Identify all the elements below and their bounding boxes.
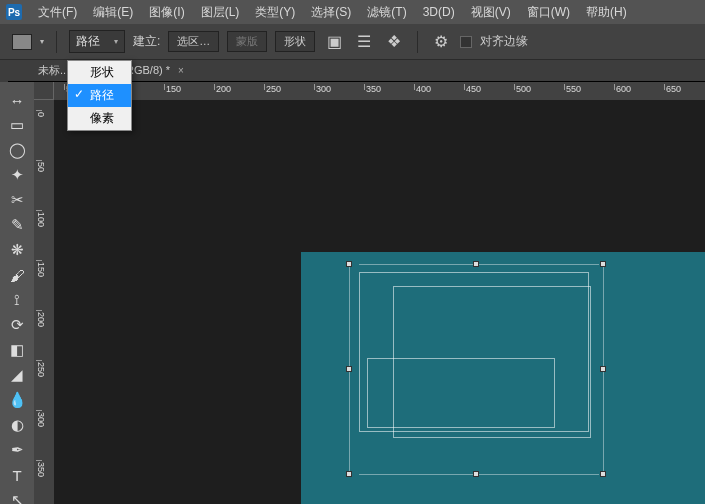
make-selection-button[interactable]: 选区…: [168, 31, 219, 52]
align-edges-checkbox[interactable]: [460, 36, 472, 48]
dropdown-option-shape[interactable]: 形状: [68, 61, 131, 84]
ruler-tick-label: 350: [36, 462, 46, 477]
gradient-tool[interactable]: ◢: [3, 363, 31, 387]
chevron-down-icon: ▾: [114, 37, 118, 46]
dropdown-option-pixels[interactable]: 像素: [68, 107, 131, 130]
menu-edit[interactable]: 编辑(E): [85, 4, 141, 21]
workspace: 50100150200250300350400450500550600650 0…: [34, 82, 705, 504]
menu-layer[interactable]: 图层(L): [193, 4, 248, 21]
path-rect[interactable]: [367, 358, 555, 428]
dodge-tool[interactable]: ◐: [3, 413, 31, 437]
path-align-icon[interactable]: ☰: [353, 32, 375, 52]
ruler-tick-label: 350: [366, 84, 381, 94]
mode-combobox[interactable]: 路径 ▾: [69, 30, 125, 53]
blur-tool[interactable]: 💧: [3, 388, 31, 412]
menu-3d[interactable]: 3D(D): [415, 5, 463, 19]
ruler-tick-label: 650: [666, 84, 681, 94]
ruler-tick-label: 250: [36, 362, 46, 377]
transform-handle[interactable]: [600, 471, 606, 477]
make-shape-button[interactable]: 形状: [275, 31, 315, 52]
eraser-tool[interactable]: ◧: [3, 338, 31, 362]
check-icon: ✓: [74, 87, 84, 101]
ruler-tick-label: 500: [516, 84, 531, 94]
path-arrangement-icon[interactable]: ❖: [383, 32, 405, 52]
vertical-ruler[interactable]: 050100150200250300350400: [34, 100, 54, 504]
build-label: 建立:: [133, 33, 160, 50]
tool-preset-icon[interactable]: [12, 34, 32, 50]
ruler-origin[interactable]: [34, 82, 54, 100]
ruler-tick-label: 50: [36, 162, 46, 172]
transform-handle[interactable]: [346, 261, 352, 267]
menu-type[interactable]: 类型(Y): [247, 4, 303, 21]
pen-tool[interactable]: ✒: [3, 438, 31, 462]
move-tool[interactable]: ↔: [3, 88, 31, 112]
menu-filter[interactable]: 滤镜(T): [359, 4, 414, 21]
dropdown-option-path[interactable]: ✓ 路径: [68, 84, 131, 107]
align-edges-label: 对齐边缘: [480, 33, 528, 50]
options-bar: ▾ 路径 ▾ 建立: 选区… 蒙版 形状 ▣ ☰ ❖ ⚙ 对齐边缘: [0, 24, 705, 60]
ruler-tick-label: 550: [566, 84, 581, 94]
ruler-tick-label: 450: [466, 84, 481, 94]
transform-handle[interactable]: [473, 261, 479, 267]
ruler-tick-label: 200: [36, 312, 46, 327]
eyedropper-tool[interactable]: ✎: [3, 213, 31, 237]
crop-tool[interactable]: ✂: [3, 188, 31, 212]
ruler-tick-label: 0: [36, 112, 46, 117]
transform-handle[interactable]: [346, 471, 352, 477]
path-operations-icon[interactable]: ▣: [323, 32, 345, 52]
canvas[interactable]: [301, 252, 705, 504]
stamp-tool[interactable]: ⟟: [3, 288, 31, 312]
menubar: Ps 文件(F) 编辑(E) 图像(I) 图层(L) 类型(Y) 选择(S) 滤…: [0, 0, 705, 24]
separator: [417, 31, 418, 53]
app-logo-icon: Ps: [6, 4, 22, 20]
lasso-tool[interactable]: ◯: [3, 138, 31, 162]
transform-handle[interactable]: [600, 261, 606, 267]
ruler-tick-label: 300: [36, 412, 46, 427]
path-selection-tool[interactable]: ↖: [3, 488, 31, 504]
make-mask-button[interactable]: 蒙版: [227, 31, 267, 52]
mode-combobox-value: 路径: [76, 33, 100, 50]
ruler-tick-label: 300: [316, 84, 331, 94]
history-brush-tool[interactable]: ⟳: [3, 313, 31, 337]
bounding-line: [359, 474, 599, 475]
separator: [56, 31, 57, 53]
panel-handle[interactable]: [0, 60, 8, 82]
transform-handle[interactable]: [600, 366, 606, 372]
ruler-tick-label: 150: [166, 84, 181, 94]
magic-wand-tool[interactable]: ✦: [3, 163, 31, 187]
ruler-tick-label: 200: [216, 84, 231, 94]
healing-tool[interactable]: ❋: [3, 238, 31, 262]
menu-help[interactable]: 帮助(H): [578, 4, 635, 21]
menu-view[interactable]: 视图(V): [463, 4, 519, 21]
ruler-tick-label: 250: [266, 84, 281, 94]
menu-image[interactable]: 图像(I): [141, 4, 192, 21]
mode-dropdown: 形状 ✓ 路径 像素: [67, 60, 132, 131]
brush-tool[interactable]: 🖌: [3, 263, 31, 287]
dropdown-option-label: 路径: [90, 88, 114, 102]
type-tool[interactable]: T: [3, 463, 31, 487]
marquee-tool[interactable]: ▭: [3, 113, 31, 137]
ruler-tick-label: 150: [36, 262, 46, 277]
menu-window[interactable]: 窗口(W): [519, 4, 578, 21]
transform-handle[interactable]: [346, 366, 352, 372]
ruler-tick-label: 600: [616, 84, 631, 94]
canvas-viewport[interactable]: [54, 100, 705, 504]
toolbox: ↔ ▭ ◯ ✦ ✂ ✎ ❋ 🖌 ⟟ ⟳ ◧ ◢ 💧 ◐ ✒ T ↖: [0, 82, 34, 504]
close-icon[interactable]: ×: [178, 65, 184, 76]
menu-select[interactable]: 选择(S): [303, 4, 359, 21]
menu-file[interactable]: 文件(F): [30, 4, 85, 21]
transform-handle[interactable]: [473, 471, 479, 477]
horizontal-ruler[interactable]: 50100150200250300350400450500550600650: [54, 82, 705, 100]
chevron-down-icon[interactable]: ▾: [40, 37, 44, 46]
bounding-line: [359, 264, 599, 265]
ruler-tick-label: 100: [36, 212, 46, 227]
ruler-tick-label: 400: [416, 84, 431, 94]
gear-icon[interactable]: ⚙: [430, 32, 452, 52]
